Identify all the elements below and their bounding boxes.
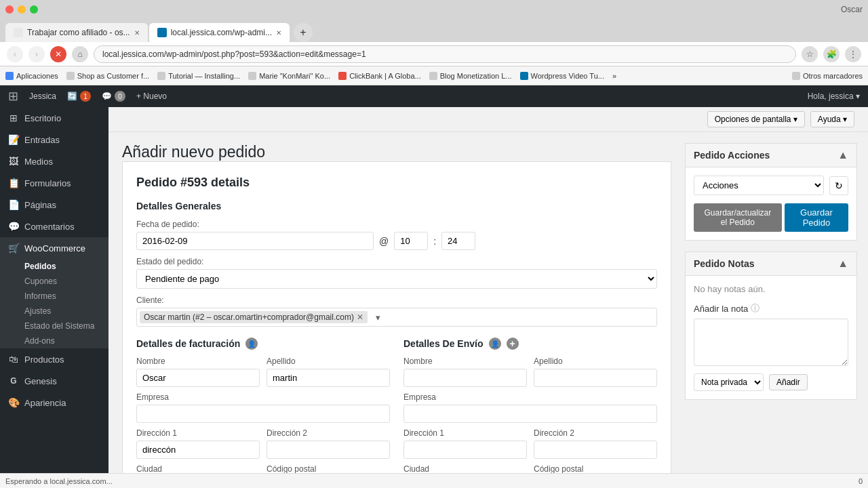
customer-dropdown-arrow[interactable]: ▾ xyxy=(370,312,386,323)
help-btn[interactable]: Ayuda ▾ xyxy=(810,111,854,127)
shipping-dir1-group: Dirección 1 xyxy=(403,428,527,459)
note-help-icon[interactable]: ⓘ xyxy=(751,302,760,314)
shipping-person-icon[interactable]: 👤 xyxy=(489,338,501,350)
browser-chrome: Oscar Trabajar como afiliado - os... ✕ l… xyxy=(0,0,868,85)
notes-collapse-btn[interactable]: ▲ xyxy=(837,258,848,270)
bookmark-btn[interactable]: ☆ xyxy=(802,46,818,62)
bookmark-icon-clickbank xyxy=(338,72,347,80)
content-right-layout: Añadir nuevo pedido Pedido #593 details … xyxy=(108,132,868,473)
bookmark-tutorial[interactable]: Tutorial — Installing... xyxy=(157,72,240,80)
tab-gmail[interactable]: Trabajar como afiliado - os... ✕ xyxy=(5,23,148,42)
save-update-btn[interactable]: Guardar/actualizar el Pedido xyxy=(694,203,782,232)
actions-collapse-btn[interactable]: ▲ xyxy=(837,149,848,161)
billing-person-icon[interactable]: 👤 xyxy=(245,338,258,350)
sidebar-item-productos[interactable]: 🛍 Productos xyxy=(0,348,108,370)
bookmark-label-marie: Marie "KonMari" Ko... xyxy=(259,72,330,80)
sidebar-sub-addons[interactable]: Add-ons xyxy=(0,333,108,348)
screen-options-btn[interactable]: Opciones de pantalla ▾ xyxy=(707,111,805,127)
close-dot[interactable] xyxy=(5,5,14,14)
at-symbol: @ xyxy=(379,236,389,247)
sidebar-item-comentarios[interactable]: 💬 Comentarios xyxy=(0,216,108,237)
otros-marcadores[interactable]: Otros marcadores xyxy=(792,72,863,80)
minute-input[interactable] xyxy=(441,232,475,250)
add-note-btn[interactable]: Añadir xyxy=(769,374,808,390)
adminbar-comments[interactable]: 💬 0 xyxy=(102,91,125,102)
sidebar-item-genesis[interactable]: G Genesis xyxy=(0,370,108,392)
content-area: Opciones de pantalla ▾ Ayuda ▾ Añadir nu… xyxy=(108,107,868,473)
tab-wp[interactable]: local.jessica.com/wp-admi... ✕ xyxy=(149,23,290,42)
extensions-btn[interactable]: 🧩 xyxy=(823,46,840,62)
sidebar-item-medios[interactable]: 🖼 Medios xyxy=(0,150,108,172)
tab-close-gmail[interactable]: ✕ xyxy=(134,29,140,37)
sidebar-label-apariencia: Apariencia xyxy=(24,398,66,408)
billing-dir2-input[interactable] xyxy=(267,441,390,459)
bookmark-label-clickbank: ClickBank | A Globa... xyxy=(349,72,421,80)
sidebar-sub-ajustes[interactable]: Ajustes xyxy=(0,304,108,319)
sidebar-sub-estado[interactable]: Estado del Sistema xyxy=(0,319,108,333)
shipping-nombre-input[interactable] xyxy=(403,369,527,387)
forward-btn[interactable]: › xyxy=(28,46,45,62)
billing-nombre-group: Nombre xyxy=(136,357,260,387)
browser-tabs: Trabajar como afiliado - os... ✕ local.j… xyxy=(0,19,868,42)
back-btn[interactable]: ‹ xyxy=(7,46,23,62)
billing-empresa-input[interactable] xyxy=(136,405,390,423)
note-footer: Nota privada Añadir xyxy=(694,373,848,391)
bookmark-apps[interactable]: Aplicaciones xyxy=(5,72,58,80)
shipping-dir1-input[interactable] xyxy=(403,441,527,459)
actions-select[interactable]: Acciones xyxy=(694,176,824,195)
status-select[interactable]: Pendiente de pago xyxy=(136,269,657,289)
billing-nombre-input[interactable] xyxy=(136,369,260,387)
adminbar-updates[interactable]: 🔄 1 xyxy=(67,91,91,102)
sidebar-sub-informes[interactable]: Informes xyxy=(0,289,108,304)
shipping-name-row: Nombre Apellido xyxy=(403,357,657,387)
address-bar[interactable]: local.jessica.com/wp-admin/post.php?post… xyxy=(94,45,796,63)
tab-label-wp: local.jessica.com/wp-admi... xyxy=(171,28,272,37)
note-type-select[interactable]: Nota privada xyxy=(694,373,764,391)
adminbar-user[interactable]: Hola, jessica ▾ xyxy=(808,92,860,101)
billing-dir1-input[interactable] xyxy=(136,441,260,459)
wp-logo[interactable]: ⊞ xyxy=(8,89,18,104)
shipping-apellido-input[interactable] xyxy=(534,369,657,387)
note-textarea[interactable] xyxy=(694,319,848,366)
adminbar-site[interactable]: Jessica xyxy=(29,92,56,101)
actions-panel: Pedido Acciones ▲ Acciones ↻ Gu xyxy=(685,143,857,241)
hour-input[interactable] xyxy=(394,232,428,250)
main-content: Añadir nuevo pedido Pedido #593 details … xyxy=(108,132,685,473)
bookmark-marie[interactable]: Marie "KonMari" Ko... xyxy=(248,72,330,80)
refresh-btn[interactable]: ↻ xyxy=(829,176,848,195)
tab-close-wp[interactable]: ✕ xyxy=(276,29,281,37)
bookmark-blog[interactable]: Blog Monetization L... xyxy=(429,72,512,80)
new-tab-btn[interactable]: + xyxy=(294,23,313,42)
sidebar-sub-pedidos[interactable]: Pedidos xyxy=(0,259,108,274)
adminbar-new[interactable]: + Nuevo xyxy=(136,92,167,101)
billing-apellido-input[interactable] xyxy=(267,369,390,387)
adminbar-site-label: Jessica xyxy=(29,92,56,101)
shipping-dir2-input[interactable] xyxy=(534,441,657,459)
customer-remove-btn[interactable]: ✕ xyxy=(357,312,363,322)
bookmark-wp-video[interactable]: Wordpress Video Tu... xyxy=(520,72,604,80)
adminbar-new-label: + Nuevo xyxy=(136,92,167,101)
minimize-dot[interactable] xyxy=(18,5,26,14)
save-order-btn[interactable]: Guardar Pedido xyxy=(785,203,848,232)
sidebar-sub-cupones[interactable]: Cupones xyxy=(0,274,108,289)
menu-btn[interactable]: ⋮ xyxy=(845,46,861,62)
shipping-empresa-input[interactable] xyxy=(403,405,657,423)
sidebar-item-apariencia[interactable]: 🎨 Apariencia xyxy=(0,392,108,413)
address-text: local.jessica.com/wp-admin/post.php?post… xyxy=(102,49,366,59)
shipping-apellido-label: Apellido xyxy=(534,357,657,366)
billing-title: Detalles de facturación xyxy=(136,338,240,349)
maximize-dot[interactable] xyxy=(30,5,38,14)
billing-ciudad-group: Ciudad xyxy=(136,464,260,473)
sidebar-item-formularios[interactable]: 📋 Formularios xyxy=(0,172,108,194)
sidebar-item-escritorio[interactable]: ⊞ Escritorio xyxy=(0,107,108,129)
reload-btn[interactable]: ✕ xyxy=(50,46,66,62)
bookmark-clickbank[interactable]: ClickBank | A Globa... xyxy=(338,72,421,80)
bookmark-more[interactable]: » xyxy=(612,72,616,80)
date-input[interactable] xyxy=(136,232,374,250)
shipping-add-icon[interactable]: + xyxy=(507,338,519,350)
home-btn[interactable]: ⌂ xyxy=(72,46,88,62)
sidebar-item-entradas[interactable]: 📝 Entradas xyxy=(0,129,108,150)
sidebar-item-paginas[interactable]: 📄 Páginas xyxy=(0,194,108,216)
sidebar-item-woocommerce[interactable]: 🛒 WooCommerce xyxy=(0,237,108,259)
bookmark-shop[interactable]: Shop as Customer f... xyxy=(66,72,149,80)
